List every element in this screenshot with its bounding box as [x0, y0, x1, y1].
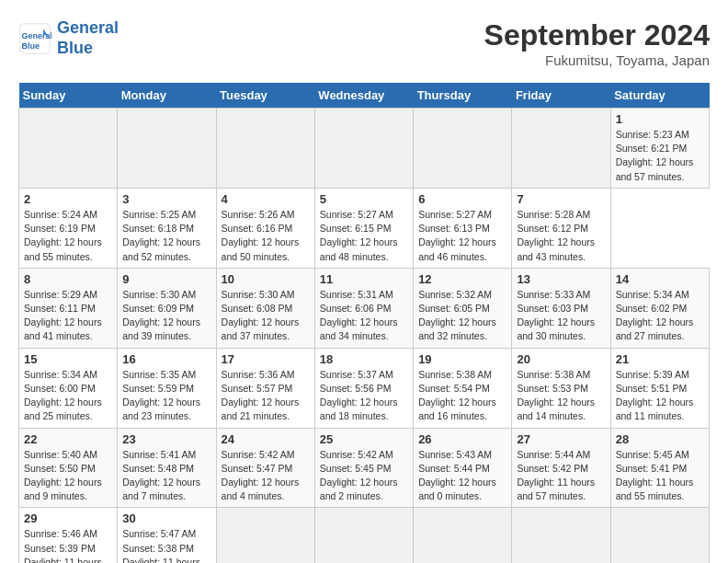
calendar-cell: 9 Sunrise: 5:30 AMSunset: 6:09 PMDayligh…	[118, 268, 216, 348]
calendar-cell	[414, 508, 512, 563]
calendar-cell: 6 Sunrise: 5:27 AMSunset: 6:13 PMDayligh…	[414, 188, 512, 268]
calendar-cell	[216, 109, 314, 189]
calendar-cell: 23 Sunrise: 5:41 AMSunset: 5:48 PMDaylig…	[118, 428, 216, 508]
day-number: 11	[320, 272, 408, 286]
day-info: Sunrise: 5:30 AMSunset: 6:08 PMDaylight:…	[222, 288, 310, 344]
title-block: September 2024 Fukumitsu, Toyama, Japan	[484, 18, 710, 68]
day-info: Sunrise: 5:44 AMSunset: 5:42 PMDaylight:…	[517, 448, 605, 504]
day-info: Sunrise: 5:42 AMSunset: 5:47 PMDaylight:…	[222, 448, 310, 504]
day-info: Sunrise: 5:23 AMSunset: 6:21 PMDaylight:…	[616, 128, 704, 184]
day-number: 2	[24, 192, 112, 206]
calendar-cell: 26 Sunrise: 5:43 AMSunset: 5:44 PMDaylig…	[414, 428, 512, 508]
day-info: Sunrise: 5:39 AMSunset: 5:51 PMDaylight:…	[616, 368, 704, 424]
calendar-cell: 3 Sunrise: 5:25 AMSunset: 6:18 PMDayligh…	[118, 188, 216, 268]
weekday-header-row: SundayMondayTuesdayWednesdayThursdayFrid…	[19, 83, 710, 109]
calendar-week-row: 2 Sunrise: 5:24 AMSunset: 6:19 PMDayligh…	[19, 188, 710, 268]
calendar-cell	[414, 109, 512, 189]
calendar-cell: 30 Sunrise: 5:47 AMSunset: 5:38 PMDaylig…	[118, 508, 216, 563]
day-info: Sunrise: 5:38 AMSunset: 5:53 PMDaylight:…	[517, 368, 605, 424]
calendar-cell: 1 Sunrise: 5:23 AMSunset: 6:21 PMDayligh…	[610, 109, 709, 189]
day-info: Sunrise: 5:25 AMSunset: 6:18 PMDaylight:…	[122, 208, 210, 264]
day-number: 29	[24, 511, 112, 525]
day-number: 24	[222, 432, 310, 446]
calendar-cell: 10 Sunrise: 5:30 AMSunset: 6:08 PMDaylig…	[216, 268, 314, 348]
calendar-cell: 24 Sunrise: 5:42 AMSunset: 5:47 PMDaylig…	[216, 428, 314, 508]
page-header: General Blue General Blue September 2024…	[18, 18, 710, 68]
calendar-cell: 8 Sunrise: 5:29 AMSunset: 6:11 PMDayligh…	[19, 268, 118, 348]
logo-line1: General	[57, 18, 119, 37]
day-info: Sunrise: 5:34 AMSunset: 6:02 PMDaylight:…	[616, 288, 704, 344]
logo-icon: General Blue	[18, 22, 51, 55]
day-number: 25	[320, 432, 408, 446]
calendar-cell: 5 Sunrise: 5:27 AMSunset: 6:15 PMDayligh…	[314, 188, 413, 268]
calendar-cell: 17 Sunrise: 5:36 AMSunset: 5:57 PMDaylig…	[216, 348, 314, 428]
calendar-cell	[314, 508, 413, 563]
day-info: Sunrise: 5:37 AMSunset: 5:56 PMDaylight:…	[320, 368, 408, 424]
day-info: Sunrise: 5:30 AMSunset: 6:09 PMDaylight:…	[122, 288, 210, 344]
day-info: Sunrise: 5:28 AMSunset: 6:12 PMDaylight:…	[517, 208, 605, 264]
day-info: Sunrise: 5:36 AMSunset: 5:57 PMDaylight:…	[222, 368, 310, 424]
day-number: 23	[122, 432, 210, 446]
day-number: 19	[418, 352, 506, 366]
day-number: 12	[418, 272, 506, 286]
calendar-cell: 28 Sunrise: 5:45 AMSunset: 5:41 PMDaylig…	[610, 428, 709, 508]
day-number: 20	[517, 352, 605, 366]
day-number: 13	[517, 272, 605, 286]
day-number: 16	[122, 352, 210, 366]
day-number: 5	[320, 192, 408, 206]
day-info: Sunrise: 5:29 AMSunset: 6:11 PMDaylight:…	[24, 288, 112, 344]
calendar-cell: 20 Sunrise: 5:38 AMSunset: 5:53 PMDaylig…	[512, 348, 610, 428]
location: Fukumitsu, Toyama, Japan	[484, 52, 710, 68]
day-number: 14	[616, 272, 704, 286]
calendar-cell: 25 Sunrise: 5:42 AMSunset: 5:45 PMDaylig…	[314, 428, 413, 508]
weekday-header: Monday	[118, 83, 216, 109]
svg-text:Blue: Blue	[22, 40, 40, 50]
calendar-cell: 13 Sunrise: 5:33 AMSunset: 6:03 PMDaylig…	[512, 268, 610, 348]
calendar-cell: 11 Sunrise: 5:31 AMSunset: 6:06 PMDaylig…	[314, 268, 413, 348]
calendar-week-row: 8 Sunrise: 5:29 AMSunset: 6:11 PMDayligh…	[19, 268, 710, 348]
calendar-cell: 19 Sunrise: 5:38 AMSunset: 5:54 PMDaylig…	[414, 348, 512, 428]
day-number: 17	[222, 352, 310, 366]
calendar-cell: 29 Sunrise: 5:46 AMSunset: 5:39 PMDaylig…	[19, 508, 118, 563]
calendar-week-row: 22 Sunrise: 5:40 AMSunset: 5:50 PMDaylig…	[19, 428, 710, 508]
day-info: Sunrise: 5:31 AMSunset: 6:06 PMDaylight:…	[320, 288, 408, 344]
logo: General Blue General Blue	[18, 18, 119, 58]
calendar-cell: 14 Sunrise: 5:34 AMSunset: 6:02 PMDaylig…	[610, 268, 709, 348]
day-number: 28	[616, 432, 704, 446]
weekday-header: Sunday	[19, 83, 118, 109]
calendar-cell: 4 Sunrise: 5:26 AMSunset: 6:16 PMDayligh…	[216, 188, 314, 268]
day-info: Sunrise: 5:32 AMSunset: 6:05 PMDaylight:…	[418, 288, 506, 344]
calendar-cell	[512, 109, 610, 189]
day-number: 7	[517, 192, 605, 206]
day-info: Sunrise: 5:41 AMSunset: 5:48 PMDaylight:…	[122, 448, 210, 504]
day-info: Sunrise: 5:27 AMSunset: 6:13 PMDaylight:…	[418, 208, 506, 264]
day-info: Sunrise: 5:45 AMSunset: 5:41 PMDaylight:…	[616, 448, 704, 504]
day-info: Sunrise: 5:38 AMSunset: 5:54 PMDaylight:…	[418, 368, 506, 424]
calendar-cell	[314, 109, 413, 189]
calendar-cell	[216, 508, 314, 563]
weekday-header: Thursday	[414, 83, 512, 109]
day-number: 15	[24, 352, 112, 366]
day-number: 26	[418, 432, 506, 446]
day-number: 18	[320, 352, 408, 366]
day-number: 21	[616, 352, 704, 366]
day-info: Sunrise: 5:46 AMSunset: 5:39 PMDaylight:…	[24, 527, 112, 563]
day-number: 10	[222, 272, 310, 286]
day-number: 4	[222, 192, 310, 206]
calendar-cell: 15 Sunrise: 5:34 AMSunset: 6:00 PMDaylig…	[19, 348, 118, 428]
calendar-cell: 22 Sunrise: 5:40 AMSunset: 5:50 PMDaylig…	[19, 428, 118, 508]
calendar-week-row: 15 Sunrise: 5:34 AMSunset: 6:00 PMDaylig…	[19, 348, 710, 428]
day-number: 8	[24, 272, 112, 286]
day-number: 6	[418, 192, 506, 206]
calendar-cell: 21 Sunrise: 5:39 AMSunset: 5:51 PMDaylig…	[610, 348, 709, 428]
day-number: 22	[24, 432, 112, 446]
weekday-header: Wednesday	[314, 83, 413, 109]
calendar-cell: 18 Sunrise: 5:37 AMSunset: 5:56 PMDaylig…	[314, 348, 413, 428]
calendar-cell: 7 Sunrise: 5:28 AMSunset: 6:12 PMDayligh…	[512, 188, 610, 268]
day-info: Sunrise: 5:27 AMSunset: 6:15 PMDaylight:…	[320, 208, 408, 264]
day-info: Sunrise: 5:34 AMSunset: 6:00 PMDaylight:…	[24, 368, 112, 424]
weekday-header: Tuesday	[216, 83, 314, 109]
calendar-week-row: 1 Sunrise: 5:23 AMSunset: 6:21 PMDayligh…	[19, 109, 710, 189]
day-info: Sunrise: 5:35 AMSunset: 5:59 PMDaylight:…	[122, 368, 210, 424]
logo-line2: Blue	[57, 39, 93, 57]
